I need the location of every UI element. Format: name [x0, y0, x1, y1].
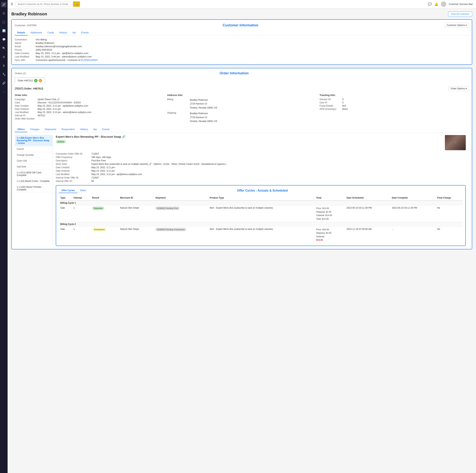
offer-beard-trimmer[interactable]: 1 x (182) Beard Trimmer - Complete	[15, 184, 52, 193]
offers-sidebar: 1 x (66) Expert Men's Box Renewing PP - …	[15, 135, 53, 246]
internal-id-label: Internal ID:	[15, 114, 37, 117]
search-input[interactable]	[16, 2, 73, 6]
sidebar-icon-search[interactable]: 🔍	[1, 46, 6, 51]
offer-cancel[interactable]: Cancel	[15, 146, 52, 152]
sidebar-icon-chat[interactable]: 💬	[1, 37, 6, 42]
row1-date-scheduled: 2022-05-23 03:11:38 PM	[345, 205, 390, 222]
order-date-created-label: Date Created:	[15, 104, 37, 107]
hamburger-icon[interactable]: ☰	[11, 2, 13, 6]
tab-history[interactable]: History	[57, 30, 69, 35]
chat-icon[interactable]: 💬	[428, 2, 432, 6]
cycles-header: Offer Cycles Notes Offer Cycles - Actual…	[59, 188, 463, 193]
offer-gift-card[interactable]: 1 x (211) $200 Gift Card - Complete	[15, 170, 52, 178]
user-name-label: Customer Success Man	[449, 3, 473, 5]
cycles-tab-offer-cycles[interactable]: Offer Cycles	[59, 188, 78, 193]
sidebar-icon-home[interactable]: 🚀	[1, 2, 6, 7]
row1-type: Sale	[59, 205, 72, 222]
offer-date-created-value: May 23, 2022, 3:11 pm -	[91, 166, 466, 169]
sidebar-icon-monitor[interactable]: 🖥	[1, 63, 6, 68]
campaign-label: Campaign:	[15, 98, 37, 101]
order-info-section: Order Info: Campaign: Apollo Shave Club …	[15, 94, 164, 124]
customer-card-header: Customer: #187506 Customer Information C…	[15, 23, 469, 28]
offer-change-quantity[interactable]: Change Quantity	[15, 152, 52, 158]
tab-api[interactable]: Api	[70, 30, 78, 35]
orders-count: Orders (1)	[15, 72, 26, 75]
bell-icon[interactable]: 🔔	[434, 2, 438, 6]
conn-order-value: 712927	[91, 152, 466, 155]
internal-id-value: 467012	[37, 114, 45, 117]
date-created-label: Date Created:	[15, 52, 36, 55]
tab-cards[interactable]: Cards	[45, 30, 56, 35]
offer-date-created-label: Date Created:	[56, 166, 90, 169]
billing-cycle-1-label: Billing Cycle 1	[59, 201, 463, 205]
tab-events[interactable]: Events	[79, 30, 91, 35]
razor-img: 🪒	[445, 135, 466, 150]
offer-date-ordered-label: Date Ordered:	[56, 169, 90, 172]
row2-final-charge: No	[436, 226, 463, 243]
fraud-label: Fraud Details:	[320, 104, 342, 107]
phone-label: Phone:	[15, 49, 36, 51]
sidebar-icon-tools[interactable]: 🔧	[1, 72, 6, 77]
sub-tab-history[interactable]: History	[78, 127, 90, 132]
row1-product-type: Item - Expert Mens Box (subscribe & save…	[208, 205, 315, 222]
sidebar-icon-more[interactable]: ⋯	[1, 89, 6, 94]
sub-tab-responders[interactable]: Responders	[59, 127, 78, 132]
sidebar-icon-link[interactable]: 🔗	[1, 80, 6, 86]
search-button[interactable]: 🔍	[73, 1, 80, 7]
orders-card-title: Order Information	[26, 71, 442, 75]
items-sold-label: Items Sold:	[56, 163, 90, 165]
sync-link[interactable]: 6125583335587	[81, 59, 98, 61]
row1-shipment-badge[interactable]: 1636661 Pending Post	[155, 206, 179, 210]
col-merchant-id: Merchant ID	[119, 195, 154, 201]
order-date-ordered-label: Date Ordered:	[15, 108, 37, 110]
table-header-row: Type Attempt Result Merchant ID Shipment…	[59, 195, 463, 201]
row1-attempt: 1	[72, 205, 91, 222]
cycles-card: Offer Cycles Notes Offer Cycles - Actual…	[56, 185, 466, 246]
frequency-value: 180 days ,180 days	[91, 156, 466, 159]
sub-tab-offers[interactable]: Offers	[15, 127, 27, 132]
sub-tab-api[interactable]: Api	[90, 127, 99, 132]
name-value: Bradley Robinson	[36, 42, 54, 44]
sub-tab-events[interactable]: Events	[99, 127, 112, 132]
orders-card: Orders (1) Order Information Order #4670…	[11, 68, 472, 249]
page-content: Bradley Robinson View All Customer Custo…	[8, 8, 476, 473]
campaign-value: Apollo Shave Club 🔗	[37, 98, 60, 101]
info-last-modified: Last Modified: May 23, 2022, 3:44 pm - a…	[15, 55, 469, 58]
order-last-modified-value: May 23, 2022, 3:12 pm - admin@demo.subly…	[37, 111, 91, 114]
tab-details[interactable]: Details	[15, 30, 28, 35]
order-tab-467012[interactable]: Order #467012 A C	[15, 78, 45, 84]
row2-shipment-badge[interactable]: 1636662 Pending Transaction	[155, 228, 186, 231]
cycles-tab-notes[interactable]: Notes	[78, 188, 89, 193]
info-name: Name: Bradley Robinson	[15, 42, 469, 44]
offer-beard-comb[interactable]: 1 x (43) Beard Comb - Complete	[15, 178, 52, 184]
offer-details-grid: Connection Order Offer ID: 712927 Offer …	[56, 152, 466, 183]
customer-tabs: Details Addresses Cards History Api Even…	[15, 30, 469, 36]
sidebar-icon-chart[interactable]: 📊	[1, 28, 6, 33]
sidebar-icon-circle[interactable]: ◯	[1, 19, 6, 25]
row2-merchant: Natural Skin Stripe	[119, 226, 154, 243]
topbar: ☰ 🔍 💬 🔔 Customer Success Man	[8, 0, 476, 8]
offer-item-active[interactable]: 1 x (66) Expert Men's Box Renewing PP - …	[15, 135, 52, 146]
sidebar-icon-menu[interactable]: ☰	[1, 11, 6, 16]
fraud-row: Fraud Details: N/A	[320, 104, 469, 107]
billing-cycle-2-row: Billing Cycle 2	[59, 222, 463, 226]
internal-order-offer-label: Internal Order Offer ID:	[56, 176, 90, 179]
sub-tab-shipments[interactable]: Shipments	[42, 127, 59, 132]
order-options-button[interactable]: Order Options ▾	[448, 86, 469, 91]
view-all-button[interactable]: View All Customer	[448, 11, 472, 17]
offers-layout: 1 x (66) Expert Men's Box Renewing PP - …	[15, 135, 469, 246]
shipping-row: Shipping: Bradley Robinson 2719 Harrison…	[167, 112, 316, 123]
offer-claim-gift[interactable]: Claim Gift	[15, 158, 52, 164]
sub-tab-charges[interactable]: Charges	[27, 127, 42, 132]
row1-total: Price: $13.00 Shipping: $1.00 Subtotal: …	[315, 205, 345, 222]
offer-add-note[interactable]: Add Note	[15, 164, 52, 170]
tab-addresses[interactable]: Addresses	[28, 30, 44, 35]
order-info-grid: Order Info: Campaign: Apollo Shave Club …	[15, 94, 469, 124]
row1-date-complete: 2022-05-23 03:11:39 PM	[390, 205, 436, 222]
order-name: (TEST) Order: #467012	[15, 87, 43, 90]
sidebar-icon-settings[interactable]: ⚙	[1, 54, 6, 60]
row2-product-type: Item - Expert Mens Box (subscribe & save…	[208, 226, 315, 243]
connection-label: Connection:	[15, 38, 36, 41]
customer-options-button[interactable]: Customer Options ▾	[444, 23, 469, 28]
topbar-right: 💬 🔔 Customer Success Man	[428, 1, 473, 7]
